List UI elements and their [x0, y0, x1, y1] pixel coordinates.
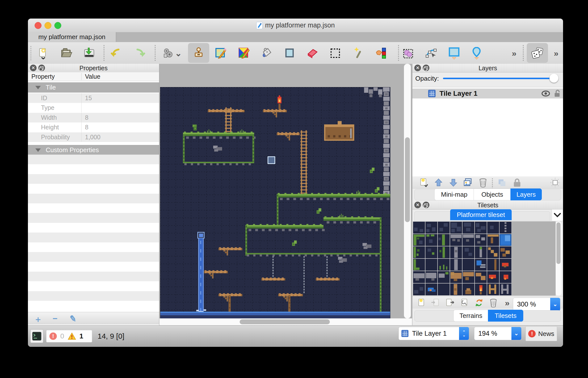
zoom-level-combo[interactable]: 194 % ⌄ — [474, 327, 522, 340]
layer-visibility-eye-icon[interactable] — [541, 90, 550, 97]
map-vertical-scrollbar-thumb[interactable] — [405, 137, 410, 222]
current-layer-select[interactable]: Tile Layer 1 ⌃⌃ — [399, 327, 469, 340]
save-file-button[interactable] — [82, 46, 96, 60]
custom-properties-group-row[interactable]: Custom Properties — [28, 145, 159, 155]
close-panel-icon[interactable]: ✕ — [414, 65, 421, 71]
float-panel-icon[interactable] — [38, 65, 45, 71]
chevron-down-icon[interactable]: ⌄ — [511, 327, 521, 340]
add-property-button[interactable]: ＋ — [34, 314, 42, 325]
map-view[interactable] — [159, 64, 412, 325]
collapse-triangle-icon[interactable] — [35, 86, 41, 89]
updown-stepper-icon[interactable]: ⌃⌃ — [459, 327, 469, 340]
new-file-button[interactable] — [36, 46, 50, 60]
remove-tileset-trash-icon[interactable] — [486, 297, 500, 308]
raise-layer-icon[interactable] — [432, 177, 445, 188]
terrain-brush-tool[interactable] — [214, 46, 228, 60]
property-row-probability[interactable]: Probability1,000 — [28, 132, 159, 142]
magic-wand-tool[interactable] — [352, 46, 365, 60]
property-row-type[interactable]: Type — [28, 103, 159, 113]
close-panel-icon[interactable]: ✕ — [30, 65, 37, 71]
tileset-toolbar-overflow-chevron[interactable]: » — [500, 297, 514, 308]
properties-panel-title: Properties — [28, 64, 159, 72]
bucket-fill-tool[interactable] — [260, 46, 273, 60]
automapping-dropdown-chevron[interactable]: ⌄ — [175, 46, 182, 60]
rectangular-select-tool[interactable] — [328, 46, 342, 60]
tileset-list-chevron-button[interactable] — [552, 209, 563, 221]
tileset-tab-platformer[interactable]: Platformer tileset — [450, 209, 512, 220]
tileset-scrollbar[interactable] — [556, 221, 562, 296]
empty-property-row — [28, 194, 159, 203]
tab-terrains[interactable]: Terrains — [453, 310, 488, 322]
select-objects-tool[interactable] — [401, 46, 415, 60]
tab-objects[interactable]: Objects — [474, 189, 511, 200]
stamp-brush-tool[interactable] — [192, 46, 206, 60]
random-mode-dice-button[interactable] — [530, 46, 544, 60]
shape-fill-tool[interactable] — [283, 46, 296, 60]
property-row-height[interactable]: Height8 — [28, 122, 159, 132]
tab-mini-map[interactable]: Mini-map — [434, 189, 474, 200]
toolbar-overflow-chevron[interactable]: » — [507, 46, 521, 60]
collapse-triangle-icon[interactable] — [35, 148, 41, 152]
remove-layer-trash-icon[interactable] — [476, 177, 490, 188]
open-file-button[interactable] — [60, 46, 73, 60]
remove-property-button[interactable]: − — [53, 314, 58, 323]
select-same-tile-tool[interactable] — [374, 46, 388, 60]
tileset-grid-canvas[interactable] — [413, 221, 512, 296]
document-tab[interactable]: my platformer map.json — [28, 32, 116, 42]
reload-tileset-icon[interactable] — [472, 297, 486, 308]
terrain-fill-tool[interactable] — [237, 46, 251, 60]
lock-other-layers-icon[interactable] — [510, 177, 524, 188]
map-horizontal-scrollbar-thumb[interactable] — [240, 319, 330, 324]
console-button[interactable] — [30, 330, 43, 343]
close-panel-icon[interactable]: ✕ — [414, 202, 421, 208]
title-bar[interactable]: my platformer map.json — [28, 19, 563, 32]
chevron-down-icon[interactable]: ⌄ — [550, 298, 560, 311]
empty-property-row — [28, 291, 159, 301]
map-horizontal-scrollbar[interactable] — [159, 318, 412, 325]
redo-button[interactable] — [133, 46, 147, 60]
empty-property-row — [28, 242, 159, 252]
toolbar-drag-handle[interactable] — [30, 46, 31, 60]
float-panel-icon[interactable] — [423, 202, 429, 208]
show-other-layers-icon[interactable] — [495, 177, 509, 188]
property-row-width[interactable]: Width8 — [28, 113, 159, 122]
tileset-toolbar: » 300 % ⌄ — [412, 296, 563, 308]
tileset-zoom-combo[interactable]: 300 % ⌄ — [513, 298, 560, 311]
layer-toolbar — [412, 176, 563, 189]
new-layer-icon[interactable] — [417, 177, 431, 188]
new-tileset-icon[interactable] — [414, 297, 428, 308]
tab-layers[interactable]: Layers — [510, 189, 542, 200]
edit-tileset-icon[interactable] — [458, 297, 472, 308]
empty-property-row — [28, 262, 159, 271]
tab-tilesets[interactable]: Tilesets — [488, 310, 523, 322]
undo-button[interactable] — [109, 46, 123, 60]
layer-toolbar-separator — [492, 178, 493, 189]
layer-row-tile-layer-1[interactable]: Tile Layer 1 — [412, 89, 563, 98]
highlight-current-layer-icon[interactable] — [548, 177, 562, 188]
tile-group-row[interactable]: Tile — [28, 82, 159, 93]
empty-property-row — [28, 272, 159, 281]
insert-point-tool[interactable] — [470, 46, 483, 60]
layer-unlocked-icon[interactable] — [554, 90, 561, 97]
float-panel-icon[interactable] — [423, 65, 429, 71]
import-tileset-icon[interactable] — [429, 297, 442, 308]
tileset-scrollbar-thumb[interactable] — [556, 222, 561, 264]
edit-property-button[interactable]: ✎ — [69, 313, 77, 324]
insert-rectangle-tool[interactable] — [447, 46, 461, 60]
property-row-id[interactable]: ID15 — [28, 93, 159, 103]
edit-polygons-tool[interactable] — [424, 46, 438, 60]
opacity-slider-thumb[interactable] — [549, 74, 558, 83]
duplicate-layer-icon[interactable] — [461, 177, 475, 188]
issues-counter[interactable]: ! 0 1 — [46, 330, 92, 342]
opacity-slider-track[interactable] — [443, 78, 555, 79]
map-vertical-scrollbar[interactable] — [404, 64, 411, 318]
lower-layer-icon[interactable] — [446, 177, 460, 188]
news-button[interactable]: ! News — [525, 326, 557, 341]
layers-panel-header: ✕ Layers — [412, 64, 563, 72]
eraser-tool[interactable] — [305, 46, 319, 60]
automapping-button[interactable] — [161, 46, 175, 60]
map-canvas[interactable] — [160, 87, 390, 319]
toolbar-overflow-chevron-2[interactable]: » — [549, 46, 563, 60]
export-tileset-icon[interactable] — [443, 297, 457, 308]
document-icon — [256, 22, 263, 29]
